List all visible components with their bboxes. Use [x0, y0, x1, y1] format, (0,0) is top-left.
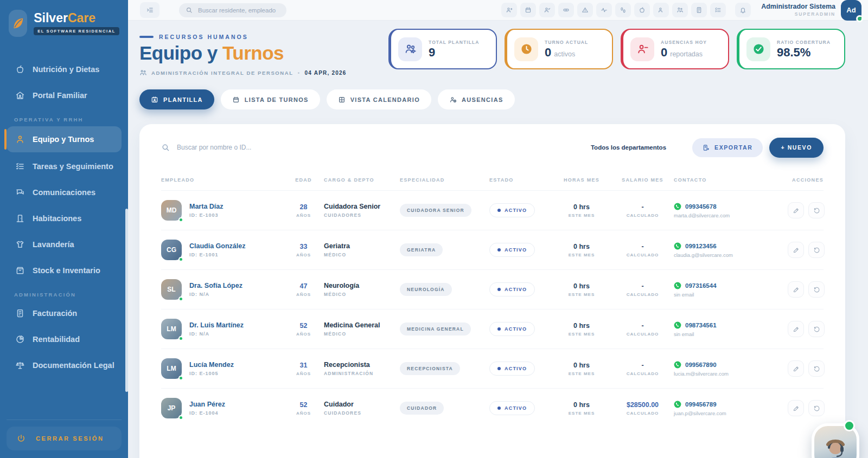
online-dot [178, 217, 183, 222]
tab-vista-calendario[interactable]: VISTA CALENDARIO [327, 89, 431, 109]
task-list-icon [15, 162, 25, 171]
hours-cell: 0 hrsESTE MES [552, 401, 611, 416]
hours-cell: 0 hrsESTE MES [552, 282, 611, 297]
edit-button[interactable] [788, 400, 804, 416]
table-row[interactable]: MDMarta DíazID: E-100328AÑOSCuidadora Se… [161, 190, 824, 230]
quick-apple-button[interactable] [634, 3, 650, 17]
edit-button[interactable] [788, 360, 804, 377]
department-filter-dropdown[interactable]: Todos los departamentos [591, 144, 666, 151]
history-button[interactable] [808, 242, 825, 258]
table-row[interactable]: SLDra. Sofía LópezID: N/A47AÑOSNeurologí… [161, 269, 824, 309]
person-icon [658, 7, 665, 14]
collapse-menu-button[interactable] [140, 2, 159, 18]
employee-name-link[interactable]: Juan Pérez [189, 401, 225, 408]
table-row[interactable]: LMLucía MendezID: E-100531AÑOSRecepcioni… [161, 349, 824, 388]
support-chat-widget[interactable] [812, 423, 859, 458]
edit-button[interactable] [788, 242, 804, 258]
employee-avatar: CG [161, 240, 182, 260]
specialty-cell: GERIATRA [400, 243, 489, 256]
phone-number: 099123456 [685, 243, 717, 249]
sidebar-nav: Nutrición y DietasPortal FamiliarOPERATI… [0, 41, 128, 415]
quick-calendar-button[interactable] [520, 3, 536, 17]
sidebar-item-lavanderia[interactable]: Lavandería [7, 233, 122, 256]
age-cell: 28AÑOS [283, 203, 324, 218]
employee-name-link[interactable]: Marta Díaz [189, 203, 224, 210]
stat-card-ratio-cobertura: RATIO COBERTURA98.5% [737, 29, 845, 69]
quick-footprints-button[interactable] [615, 3, 631, 17]
sidebar-scrollbar[interactable] [125, 209, 128, 392]
export-button[interactable]: EXPORTAR [692, 138, 763, 157]
quick-invoice-button[interactable] [691, 3, 707, 17]
employee-name-link[interactable]: Claudia González [189, 242, 246, 250]
notifications-button[interactable] [735, 3, 751, 17]
history-button[interactable] [808, 360, 825, 377]
quick-family-button[interactable] [672, 3, 688, 17]
quick-pill-button[interactable] [558, 3, 574, 17]
contact-phone[interactable]: 099345678 [674, 203, 788, 210]
tab-ausencias[interactable]: AUSENCIAS [438, 89, 515, 109]
employee-name-link[interactable]: Dra. Sofía López [189, 282, 242, 289]
table-row[interactable]: LMDr. Luis MartínezID: N/A52AÑOSMedicina… [161, 309, 824, 349]
employee-info: Juan PérezID: E-1004 [189, 401, 225, 416]
logout-label: CERRAR SESIÓN [36, 435, 104, 442]
contact-phone[interactable]: 099123456 [674, 242, 788, 250]
contact-email: claudia.g@silvercare.com [674, 252, 788, 258]
sidebar-item-facturacion[interactable]: Facturación [7, 301, 122, 325]
tab-lista-de-turnos[interactable]: LISTA DE TURNOS [221, 89, 320, 109]
quick-person-check-button[interactable] [539, 3, 555, 17]
contact-phone[interactable]: 098734561 [674, 321, 788, 329]
apple-icon [15, 64, 25, 74]
salary-cell: -CALCULADO [611, 203, 674, 218]
table-row[interactable]: CGClaudia GonzálezID: E-100133AÑOSGeriat… [161, 230, 824, 269]
quick-person-add-button[interactable] [501, 3, 517, 17]
edit-button[interactable] [788, 321, 804, 337]
table-search-input[interactable] [176, 143, 349, 152]
global-search-input[interactable] [197, 7, 280, 14]
employee-name-link[interactable]: Dr. Luis Martínez [189, 321, 244, 329]
sidebar-item-stock-e-inventario[interactable]: Stock e Inventario [7, 259, 122, 282]
history-icon [813, 326, 820, 333]
sidebar-item-tareas-y-seguimiento[interactable]: Tareas y Seguimiento [7, 154, 122, 178]
edit-icon [793, 405, 800, 412]
edit-button[interactable] [788, 202, 804, 218]
edit-button[interactable] [788, 281, 804, 298]
sidebar-item-comunicaciones[interactable]: Comunicaciones [7, 180, 122, 204]
phone-number: 099456789 [685, 401, 717, 408]
specialty-badge: RECEPCIONISTA [400, 362, 460, 375]
sidebar-item-portal-familiar[interactable]: Portal Familiar [7, 83, 122, 107]
specialty-badge: MEDICINA GENERAL [400, 322, 471, 336]
quick-activity-button[interactable] [596, 3, 612, 17]
contact-phone[interactable]: 099567890 [674, 361, 788, 369]
age-unit: AÑOS [283, 213, 324, 218]
logout-button[interactable]: CERRAR SESIÓN [7, 427, 122, 450]
quick-checklist-button[interactable] [710, 3, 726, 17]
employee-name-link[interactable]: Lucía Mendez [189, 361, 234, 369]
table-row[interactable]: JPJuan PérezID: E-100452AÑOSCuidadorCUID… [161, 388, 824, 428]
history-button[interactable] [808, 321, 825, 337]
tab-plantilla[interactable]: PLANTILLA [139, 89, 214, 109]
quick-warning-button[interactable] [577, 3, 593, 17]
edit-icon [793, 365, 800, 372]
edit-icon [793, 326, 800, 333]
contact-phone[interactable]: 097316544 [674, 282, 788, 289]
history-button[interactable] [808, 202, 825, 218]
sidebar-item-equipo-y-turnos[interactable]: Equipo y Turnos [7, 126, 122, 152]
quick-person-button[interactable] [653, 3, 669, 17]
new-employee-button[interactable]: + NUEVO [769, 138, 824, 158]
history-button[interactable] [808, 281, 825, 298]
history-icon [813, 365, 820, 372]
sidebar-item-documentacion-legal[interactable]: Documentación Legal [7, 353, 122, 377]
user-avatar[interactable]: Ad [841, 0, 861, 21]
age-value: 47 [283, 282, 324, 290]
history-button[interactable] [808, 400, 825, 416]
sidebar-item-nutricion-y-dietas[interactable]: Nutrición y Dietas [7, 57, 122, 81]
sidebar-item-rentabilidad[interactable]: Rentabilidad [7, 327, 122, 351]
contact-phone[interactable]: 099456789 [674, 401, 788, 408]
employee-id: ID: E-1003 [189, 212, 224, 218]
apple-icon [639, 7, 646, 14]
sidebar-item-label: Documentación Legal [33, 361, 114, 370]
column-header-estado: ESTADO [489, 177, 552, 183]
role-cell: Cuidadora SeniorCUIDADORES [324, 203, 400, 218]
sidebar-item-habitaciones[interactable]: Habitaciones [7, 207, 122, 230]
page-header: RECURSOS HUMANOS Equipo y Turnos ADMINIS… [139, 28, 845, 76]
